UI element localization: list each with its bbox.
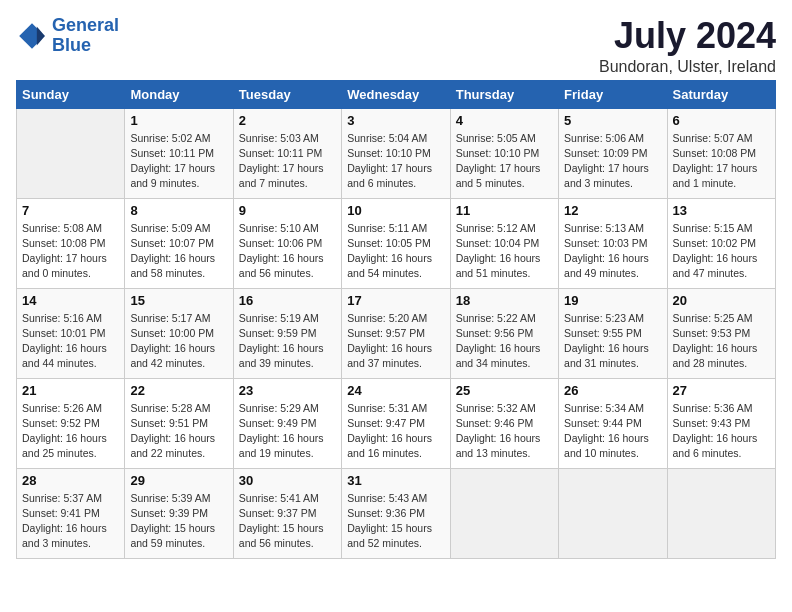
calendar-cell: 4Sunrise: 5:05 AMSunset: 10:10 PMDayligh… [450, 108, 558, 198]
day-number: 10 [347, 203, 444, 218]
day-info: Sunrise: 5:34 AMSunset: 9:44 PMDaylight:… [564, 401, 661, 462]
day-info: Sunrise: 5:23 AMSunset: 9:55 PMDaylight:… [564, 311, 661, 372]
calendar-cell: 7Sunrise: 5:08 AMSunset: 10:08 PMDayligh… [17, 198, 125, 288]
day-number: 19 [564, 293, 661, 308]
svg-marker-1 [37, 26, 45, 45]
day-info: Sunrise: 5:05 AMSunset: 10:10 PMDaylight… [456, 131, 553, 192]
calendar-cell: 30Sunrise: 5:41 AMSunset: 9:37 PMDayligh… [233, 468, 341, 558]
day-number: 21 [22, 383, 119, 398]
calendar-cell [450, 468, 558, 558]
logo: General Blue [16, 16, 119, 56]
calendar-cell: 2Sunrise: 5:03 AMSunset: 10:11 PMDayligh… [233, 108, 341, 198]
day-info: Sunrise: 5:29 AMSunset: 9:49 PMDaylight:… [239, 401, 336, 462]
day-info: Sunrise: 5:39 AMSunset: 9:39 PMDaylight:… [130, 491, 227, 552]
day-info: Sunrise: 5:12 AMSunset: 10:04 PMDaylight… [456, 221, 553, 282]
calendar-header-row: SundayMondayTuesdayWednesdayThursdayFrid… [17, 80, 776, 108]
calendar-cell [559, 468, 667, 558]
calendar-cell [17, 108, 125, 198]
logo-general: General [52, 15, 119, 35]
day-info: Sunrise: 5:13 AMSunset: 10:03 PMDaylight… [564, 221, 661, 282]
day-number: 26 [564, 383, 661, 398]
day-number: 6 [673, 113, 770, 128]
day-info: Sunrise: 5:25 AMSunset: 9:53 PMDaylight:… [673, 311, 770, 372]
day-info: Sunrise: 5:06 AMSunset: 10:09 PMDaylight… [564, 131, 661, 192]
day-info: Sunrise: 5:43 AMSunset: 9:36 PMDaylight:… [347, 491, 444, 552]
day-info: Sunrise: 5:07 AMSunset: 10:08 PMDaylight… [673, 131, 770, 192]
calendar-cell: 18Sunrise: 5:22 AMSunset: 9:56 PMDayligh… [450, 288, 558, 378]
day-number: 22 [130, 383, 227, 398]
day-info: Sunrise: 5:02 AMSunset: 10:11 PMDaylight… [130, 131, 227, 192]
day-number: 28 [22, 473, 119, 488]
header-wednesday: Wednesday [342, 80, 450, 108]
calendar-cell [667, 468, 775, 558]
day-number: 9 [239, 203, 336, 218]
calendar-cell: 29Sunrise: 5:39 AMSunset: 9:39 PMDayligh… [125, 468, 233, 558]
calendar-cell: 26Sunrise: 5:34 AMSunset: 9:44 PMDayligh… [559, 378, 667, 468]
day-number: 30 [239, 473, 336, 488]
page-title: July 2024 [599, 16, 776, 56]
calendar-cell: 6Sunrise: 5:07 AMSunset: 10:08 PMDayligh… [667, 108, 775, 198]
day-info: Sunrise: 5:20 AMSunset: 9:57 PMDaylight:… [347, 311, 444, 372]
calendar-table: SundayMondayTuesdayWednesdayThursdayFrid… [16, 80, 776, 559]
day-number: 17 [347, 293, 444, 308]
day-info: Sunrise: 5:31 AMSunset: 9:47 PMDaylight:… [347, 401, 444, 462]
day-info: Sunrise: 5:36 AMSunset: 9:43 PMDaylight:… [673, 401, 770, 462]
header: General Blue July 2024 Bundoran, Ulster,… [16, 16, 776, 76]
calendar-week-row: 28Sunrise: 5:37 AMSunset: 9:41 PMDayligh… [17, 468, 776, 558]
day-number: 14 [22, 293, 119, 308]
day-number: 31 [347, 473, 444, 488]
calendar-cell: 21Sunrise: 5:26 AMSunset: 9:52 PMDayligh… [17, 378, 125, 468]
day-number: 5 [564, 113, 661, 128]
calendar-cell: 11Sunrise: 5:12 AMSunset: 10:04 PMDaylig… [450, 198, 558, 288]
calendar-week-row: 7Sunrise: 5:08 AMSunset: 10:08 PMDayligh… [17, 198, 776, 288]
day-info: Sunrise: 5:10 AMSunset: 10:06 PMDaylight… [239, 221, 336, 282]
day-number: 2 [239, 113, 336, 128]
day-number: 20 [673, 293, 770, 308]
day-info: Sunrise: 5:16 AMSunset: 10:01 PMDaylight… [22, 311, 119, 372]
header-friday: Friday [559, 80, 667, 108]
calendar-cell: 1Sunrise: 5:02 AMSunset: 10:11 PMDayligh… [125, 108, 233, 198]
calendar-cell: 16Sunrise: 5:19 AMSunset: 9:59 PMDayligh… [233, 288, 341, 378]
day-info: Sunrise: 5:11 AMSunset: 10:05 PMDaylight… [347, 221, 444, 282]
day-info: Sunrise: 5:41 AMSunset: 9:37 PMDaylight:… [239, 491, 336, 552]
calendar-cell: 13Sunrise: 5:15 AMSunset: 10:02 PMDaylig… [667, 198, 775, 288]
calendar-cell: 28Sunrise: 5:37 AMSunset: 9:41 PMDayligh… [17, 468, 125, 558]
day-number: 15 [130, 293, 227, 308]
calendar-cell: 24Sunrise: 5:31 AMSunset: 9:47 PMDayligh… [342, 378, 450, 468]
calendar-cell: 3Sunrise: 5:04 AMSunset: 10:10 PMDayligh… [342, 108, 450, 198]
day-info: Sunrise: 5:04 AMSunset: 10:10 PMDaylight… [347, 131, 444, 192]
day-number: 7 [22, 203, 119, 218]
day-number: 27 [673, 383, 770, 398]
day-number: 25 [456, 383, 553, 398]
day-number: 3 [347, 113, 444, 128]
day-number: 18 [456, 293, 553, 308]
calendar-cell: 10Sunrise: 5:11 AMSunset: 10:05 PMDaylig… [342, 198, 450, 288]
calendar-cell: 31Sunrise: 5:43 AMSunset: 9:36 PMDayligh… [342, 468, 450, 558]
calendar-cell: 20Sunrise: 5:25 AMSunset: 9:53 PMDayligh… [667, 288, 775, 378]
page-subtitle: Bundoran, Ulster, Ireland [599, 58, 776, 76]
day-info: Sunrise: 5:09 AMSunset: 10:07 PMDaylight… [130, 221, 227, 282]
calendar-cell: 27Sunrise: 5:36 AMSunset: 9:43 PMDayligh… [667, 378, 775, 468]
day-info: Sunrise: 5:15 AMSunset: 10:02 PMDaylight… [673, 221, 770, 282]
calendar-cell: 25Sunrise: 5:32 AMSunset: 9:46 PMDayligh… [450, 378, 558, 468]
logo-blue: Blue [52, 35, 91, 55]
calendar-cell: 22Sunrise: 5:28 AMSunset: 9:51 PMDayligh… [125, 378, 233, 468]
logo-text: General Blue [52, 16, 119, 56]
header-sunday: Sunday [17, 80, 125, 108]
header-thursday: Thursday [450, 80, 558, 108]
calendar-week-row: 1Sunrise: 5:02 AMSunset: 10:11 PMDayligh… [17, 108, 776, 198]
day-number: 11 [456, 203, 553, 218]
calendar-week-row: 14Sunrise: 5:16 AMSunset: 10:01 PMDaylig… [17, 288, 776, 378]
day-number: 29 [130, 473, 227, 488]
calendar-cell: 17Sunrise: 5:20 AMSunset: 9:57 PMDayligh… [342, 288, 450, 378]
calendar-cell: 5Sunrise: 5:06 AMSunset: 10:09 PMDayligh… [559, 108, 667, 198]
calendar-cell: 19Sunrise: 5:23 AMSunset: 9:55 PMDayligh… [559, 288, 667, 378]
day-number: 16 [239, 293, 336, 308]
day-info: Sunrise: 5:32 AMSunset: 9:46 PMDaylight:… [456, 401, 553, 462]
day-info: Sunrise: 5:17 AMSunset: 10:00 PMDaylight… [130, 311, 227, 372]
day-number: 4 [456, 113, 553, 128]
day-info: Sunrise: 5:03 AMSunset: 10:11 PMDaylight… [239, 131, 336, 192]
calendar-cell: 12Sunrise: 5:13 AMSunset: 10:03 PMDaylig… [559, 198, 667, 288]
day-number: 13 [673, 203, 770, 218]
day-info: Sunrise: 5:22 AMSunset: 9:56 PMDaylight:… [456, 311, 553, 372]
